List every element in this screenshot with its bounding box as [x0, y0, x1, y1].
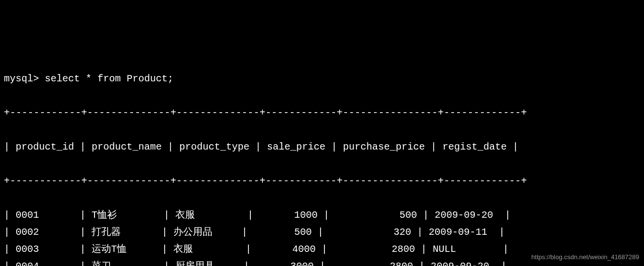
table-border-top: +------------+--------------+-----------…	[4, 104, 640, 121]
table-row: | 0001 | T恤衫 | 衣服 | 1000 | 500 | 2009-09…	[4, 207, 640, 224]
sql-prompt: mysql> select * from Product;	[4, 70, 640, 87]
table-row: | 0002 | 打孔器 | 办公用品 | 500 | 320 | 2009-0…	[4, 224, 640, 241]
table-header: | product_id | product_name | product_ty…	[4, 138, 640, 155]
watermark-text: https://blog.csdn.net/weixin_41687289	[531, 252, 639, 263]
table-border-mid: +------------+--------------+-----------…	[4, 172, 640, 190]
